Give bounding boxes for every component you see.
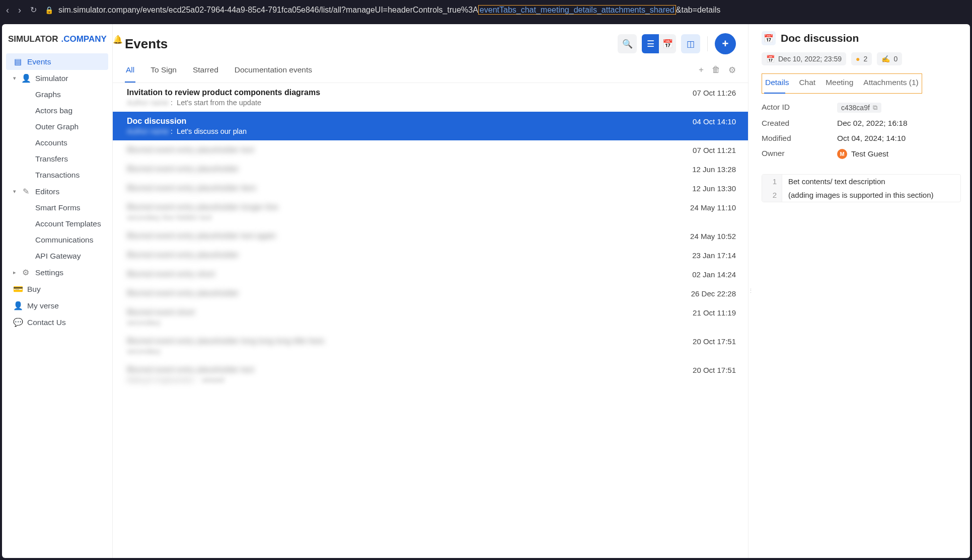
sidebar: SIMULATOR.COMPANY 🔔 ▤ Events ▾ 👤 Simulat… [2,24,113,558]
calendar-icon: 📅 [662,39,673,49]
sidebar-item-smart-forms[interactable]: Smart Forms [6,200,108,216]
actor-id-pill[interactable]: c438ca9f ⧉ [837,103,881,113]
event-row[interactable]: Blurred event entry placeholder text20 O… [113,360,748,389]
event-row[interactable]: Blurred event short21 Oct 11:19secondary [113,303,748,332]
event-subtitle: Author name: Let's discuss our plan [127,127,736,135]
event-row[interactable]: Invitation to review product components … [113,83,748,112]
brand-logo[interactable]: SIMULATOR.COMPANY 🔔 [2,31,112,53]
sidebar-item-transactions[interactable]: Transactions [6,167,108,183]
sidebar-item-communications[interactable]: Communications [6,232,108,248]
filter-icon[interactable]: 🗑 [712,65,720,75]
event-date: 24 May 10:52 [690,232,736,241]
event-title: Blurred event short [127,308,195,317]
back-button[interactable]: ‹ [6,5,9,16]
event-title: Blurred event entry placeholder longer l… [127,203,278,212]
panel-toggle-button[interactable]: ◫ [681,34,700,53]
list-view-button[interactable]: ☰ [642,34,659,53]
chevron-down-icon: ▾ [13,75,16,82]
owner-name: Test Guest [851,149,888,158]
event-subtitle: secondary [127,318,736,327]
sidebar-item-transfers[interactable]: Transfers [6,151,108,167]
event-title: Doc discussion [127,117,186,126]
sidebar-item-label: Events [27,57,51,66]
event-row[interactable]: Blurred event entry placeholder item12 J… [113,179,748,198]
add-icon[interactable]: + [699,65,704,75]
chip-signatures[interactable]: ✍ 0 [877,52,902,65]
reload-button[interactable]: ↻ [30,5,37,16]
event-date: 20 Oct 17:51 [693,337,736,346]
search-button[interactable]: 🔍 [618,34,637,53]
event-row[interactable]: Blurred event entry placeholder26 Dec 22… [113,284,748,303]
event-title: Invitation to review product components … [127,88,320,97]
panel-tab-attachments[interactable]: Attachments (1) [862,75,919,92]
sidebar-item-simulator[interactable]: ▾ 👤 Simulator [6,70,108,87]
filter-tabs: All To Sign Starred Documentation events [125,61,313,83]
browser-bar: ‹ › ↻ 🔒 sim.simulator.company/events/ecd… [0,0,972,20]
divider [707,36,708,51]
event-date: 26 Dec 22:28 [691,289,736,298]
resize-handle[interactable]: ⋮ [749,24,753,558]
event-title: Blurred event entry placeholder [127,251,239,260]
sidebar-item-buy[interactable]: 💳 Buy [6,281,108,297]
event-subtitle: secondary [127,347,736,355]
owner-avatar: M [837,149,847,159]
description-block[interactable]: 1Bet contents/ text description 2(adding… [762,174,961,202]
sidebar-item-outer-graph[interactable]: Outer Graph [6,119,108,135]
event-row[interactable]: Blurred event entry placeholder text aga… [113,226,748,246]
sidebar-item-events[interactable]: ▤ Events [6,53,108,70]
sidebar-item-accounts[interactable]: Accounts [6,135,108,151]
event-date: 21 Oct 11:19 [693,308,736,317]
event-type-icon: 📅 [762,31,776,45]
event-row[interactable]: Blurred event entry placeholder23 Jan 17… [113,246,748,265]
event-subtitle: Author name: Let's start from the update [127,99,736,107]
event-row[interactable]: Blurred event entry short02 Jan 14:24 [113,265,748,284]
sidebar-item-editors[interactable]: ▾ ✎ Editors [6,183,108,200]
sidebar-item-my-verse[interactable]: 👤 My verse [6,297,108,314]
sidebar-item-api-gateway[interactable]: API Gateway [6,248,108,264]
detail-grid: Actor ID c438ca9f ⧉ Created Dec 02, 2022… [762,103,961,159]
event-date: 23 Jan 17:14 [692,251,736,260]
event-row[interactable]: Blurred event entry placeholder12 Jun 13… [113,159,748,179]
panel-tab-chat[interactable]: Chat [798,75,816,92]
event-row[interactable]: Blurred event entry placeholder long lon… [113,332,748,360]
label-modified: Modified [762,134,837,143]
label-owner: Owner [762,149,837,159]
sidebar-item-settings[interactable]: ▸ ⚙ Settings [6,264,108,281]
event-date: 12 Jun 13:28 [692,165,736,174]
panel-tab-meeting[interactable]: Meeting [825,75,854,92]
event-row[interactable]: Doc discussion04 Oct 14:10Author name: L… [113,112,748,140]
tab-starred[interactable]: Starred [192,61,219,83]
event-title: Blurred event entry placeholder long lon… [127,337,324,346]
search-icon: 🔍 [622,39,633,49]
tab-documentation-events[interactable]: Documentation events [234,61,313,83]
settings-icon[interactable]: ⚙ [728,65,736,75]
copy-icon[interactable]: ⧉ [873,104,877,112]
event-row[interactable]: Blurred event entry placeholder text07 O… [113,140,748,159]
chip-date[interactable]: 📅 Dec 10, 2022; 23:59 [762,52,846,65]
event-row[interactable]: Blurred event entry placeholder longer l… [113,198,748,226]
description-line: Bet contents/ text description [782,175,891,188]
panel-tabs-highlight: Details Chat Meeting Attachments (1) [762,73,922,94]
url-bar[interactable]: 🔒 sim.simulator.company/events/ecd25a02-… [45,6,966,15]
panel-tabs: Details Chat Meeting Attachments (1) [764,75,920,92]
simulator-icon: 👤 [21,73,30,83]
page-title: Events [125,36,168,52]
add-event-button[interactable]: + [715,33,736,54]
sidebar-item-label: Settings [35,268,63,277]
sidebar-item-contact-us[interactable]: 💬 Contact Us [6,314,108,331]
event-list[interactable]: Invitation to review product components … [113,83,748,558]
sidebar-item-actors-bag[interactable]: Actors bag [6,103,108,119]
value-owner: M Test Guest [837,149,961,159]
forward-button[interactable]: › [18,5,21,16]
event-title: Blurred event entry placeholder [127,165,239,174]
chip-coins[interactable]: ● 2 [851,52,872,65]
sidebar-item-account-templates[interactable]: Account Templates [6,216,108,232]
panel-tab-details[interactable]: Details [764,75,790,92]
user-icon: 👤 [13,301,22,310]
tab-to-sign[interactable]: To Sign [149,61,178,83]
sidebar-item-graphs[interactable]: Graphs [6,87,108,103]
calendar-view-button[interactable]: 📅 [659,34,676,53]
tab-all[interactable]: All [125,61,135,83]
signature-icon: ✍ [881,55,890,63]
event-title: Blurred event entry placeholder item [127,184,256,193]
